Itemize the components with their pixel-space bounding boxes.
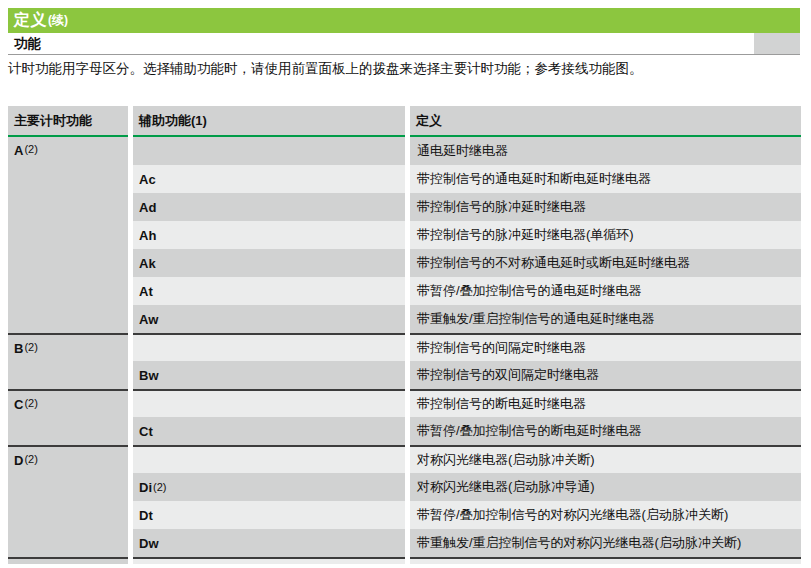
aux-function-code: At xyxy=(139,284,153,299)
aux-function-cell: Bw xyxy=(133,361,405,389)
aux-function-code: Ak xyxy=(139,256,156,271)
aux-function-cell: Ak xyxy=(133,249,405,277)
partial-main-cell xyxy=(8,557,128,564)
definition-cell: 带控制信号的双间隔定时继电器 xyxy=(410,361,801,389)
definition-cell: 通电延时继电器 xyxy=(410,137,801,165)
main-function-note: (2) xyxy=(24,397,37,409)
aux-function-code: Ah xyxy=(139,228,156,243)
aux-function-cell: Dt xyxy=(133,501,405,529)
main-function-cell: C(2) xyxy=(8,389,128,445)
main-function-code: C xyxy=(14,397,23,412)
table-section-B: B(2)带控制信号的间隔定时继电器Bw带控制信号的双间隔定时继电器 xyxy=(8,333,800,389)
main-function-cell: A(2) xyxy=(8,137,128,333)
intro-paragraph: 计时功能用字母区分。选择辅助功能时，请使用前置面板上的拨盘来选择主要计时功能；参… xyxy=(8,60,800,78)
aux-function-note: (2) xyxy=(153,481,166,493)
partial-aux-cell xyxy=(133,557,405,564)
main-function-note: (2) xyxy=(24,341,37,353)
main-function-code: B xyxy=(14,341,23,356)
page-title: 定义 xyxy=(14,10,47,31)
main-function-code: A xyxy=(14,143,23,158)
aux-function-cell: Ct xyxy=(133,417,405,445)
definition-cell: 对称闪光继电器(启动脉冲关断) xyxy=(410,445,801,473)
partial-definition-cell xyxy=(410,557,801,564)
definition-cell: 对称闪光继电器(启动脉冲导通) xyxy=(410,473,801,501)
page-subtitle: 功能 xyxy=(14,35,41,53)
functions-table: 主要计时功能辅助功能(1)定义 A(2)通电延时继电器Ac带控制信号的通电延时和… xyxy=(8,106,800,564)
definition-cell: 带控制信号的不对称通电延时或断电延时继电器 xyxy=(410,249,801,277)
section-title-banner: 定义 (续) xyxy=(8,8,800,33)
aux-function-cell: Di(2) xyxy=(133,473,405,501)
table-section-C: C(2)带控制信号的断电延时继电器Ct带暂停/叠加控制信号的断电延时继电器 xyxy=(8,389,800,445)
definition-cell: 带控制信号的断电延时继电器 xyxy=(410,389,801,417)
page: 定义 (续) 功能 计时功能用字母区分。选择辅助功能时，请使用前置面板上的拨盘来… xyxy=(0,0,811,564)
aux-function-cell xyxy=(133,389,405,417)
table-partial-next-row xyxy=(8,557,800,564)
aux-function-cell: Ad xyxy=(133,193,405,221)
main-function-note: (2) xyxy=(24,143,37,155)
definition-cell: 带重触发/重启控制信号的通电延时继电器 xyxy=(410,305,801,333)
definition-cell: 带控制信号的脉冲延时继电器(单循环) xyxy=(410,221,801,249)
aux-function-cell: Dw xyxy=(133,529,405,557)
definition-cell: 带暂停/叠加控制信号的断电延时继电器 xyxy=(410,417,801,445)
definition-cell: 带重触发/重启控制信号的对称闪光继电器(启动脉冲关断) xyxy=(410,529,801,557)
main-function-cell: D(2) xyxy=(8,445,128,557)
definition-cell: 带暂停/叠加控制信号的对称闪光继电器(启动脉冲关断) xyxy=(410,501,801,529)
aux-function-cell xyxy=(133,445,405,473)
subtitle-row: 功能 xyxy=(8,33,800,55)
aux-function-code: Di xyxy=(139,480,152,495)
aux-function-code: Bw xyxy=(139,368,159,383)
table-header-row: 主要计时功能辅助功能(1)定义 xyxy=(8,106,800,137)
column-header-0: 主要计时功能 xyxy=(8,106,128,137)
definition-cell: 带控制信号的脉冲延时继电器 xyxy=(410,193,801,221)
aux-function-code: Dt xyxy=(139,508,153,523)
main-function-code: D xyxy=(14,453,23,468)
main-function-note: (2) xyxy=(24,453,37,465)
definition-cell: 带暂停/叠加控制信号的通电延时继电器 xyxy=(410,277,801,305)
definition-cell: 带控制信号的通电延时和断电延时继电器 xyxy=(410,165,801,193)
table-section-A: A(2)通电延时继电器Ac带控制信号的通电延时和断电延时继电器Ad带控制信号的脉… xyxy=(8,137,800,333)
aux-function-cell xyxy=(133,333,405,361)
aux-function-code: Aw xyxy=(139,312,158,327)
aux-function-code: Ac xyxy=(139,172,156,187)
aux-function-code: Dw xyxy=(139,536,159,551)
column-header-2: 定义 xyxy=(410,106,801,137)
main-function-cell: B(2) xyxy=(8,333,128,389)
aux-function-code: Ad xyxy=(139,200,156,215)
aux-function-cell: At xyxy=(133,277,405,305)
aux-function-cell xyxy=(133,137,405,165)
subtitle-right-block xyxy=(754,33,800,54)
column-header-1: 辅助功能(1) xyxy=(133,106,405,137)
table-section-D: D(2)对称闪光继电器(启动脉冲关断)Di(2)对称闪光继电器(启动脉冲导通)D… xyxy=(8,445,800,557)
definition-cell: 带控制信号的间隔定时继电器 xyxy=(410,333,801,361)
page-title-suffix: (续) xyxy=(48,12,68,29)
aux-function-code: Ct xyxy=(139,424,153,439)
aux-function-cell: Ac xyxy=(133,165,405,193)
aux-function-cell: Ah xyxy=(133,221,405,249)
aux-function-cell: Aw xyxy=(133,305,405,333)
